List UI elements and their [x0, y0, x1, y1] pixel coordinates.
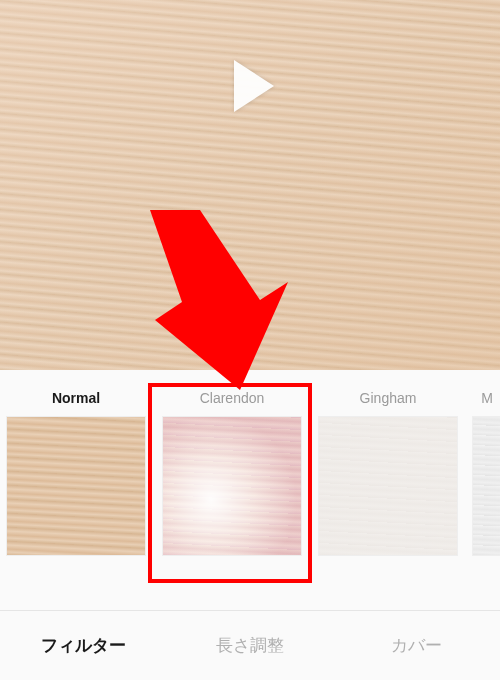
bottom-tabs: フィルター 長さ調整 カバー	[0, 610, 500, 680]
tab-cover[interactable]: カバー	[333, 611, 500, 680]
tab-filter[interactable]: フィルター	[0, 611, 167, 680]
tab-trim[interactable]: 長さ調整	[167, 611, 334, 680]
filter-thumbnail[interactable]	[472, 416, 500, 556]
filter-label: Gingham	[360, 390, 417, 406]
filter-item-normal[interactable]: Normal	[4, 390, 148, 556]
filters-strip: Normal Clarendon Gingham M	[0, 370, 500, 610]
filter-label: Clarendon	[200, 390, 265, 406]
filter-label: Normal	[52, 390, 100, 406]
filter-label: M	[481, 390, 493, 406]
play-icon[interactable]	[234, 60, 274, 112]
filter-item-clarendon[interactable]: Clarendon	[160, 390, 304, 556]
filters-row[interactable]: Normal Clarendon Gingham M	[0, 390, 500, 556]
filter-thumbnail[interactable]	[318, 416, 458, 556]
filter-item-gingham[interactable]: Gingham	[316, 390, 460, 556]
filter-thumbnail[interactable]	[6, 416, 146, 556]
filter-item-next[interactable]: M	[472, 390, 500, 556]
filter-thumbnail[interactable]	[162, 416, 302, 556]
video-preview[interactable]	[0, 0, 500, 370]
